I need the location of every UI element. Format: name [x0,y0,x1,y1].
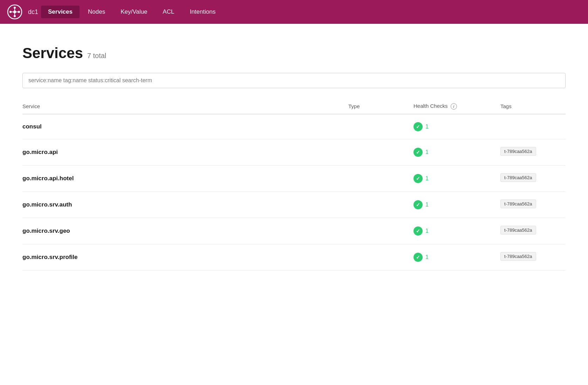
page-count: 7 total [87,52,106,60]
table-row[interactable]: go.micro.srv.profile1t-789caa562a [22,244,566,271]
health-check-count: 1 [425,254,429,260]
service-name: go.micro.srv.geo [22,227,70,234]
svg-point-4 [9,11,12,13]
service-name-cell: go.micro.srv.auth [22,192,348,218]
col-header-type: Type [348,99,413,114]
service-name: go.micro.srv.profile [22,254,77,260]
service-name-cell: consul [22,114,348,139]
tag-badge: t-789caa562a [500,200,536,208]
svg-point-2 [14,7,16,9]
health-check-count: 1 [425,175,429,182]
main-nav: Services Nodes Key/Value ACL Intentions [41,6,223,18]
table-row[interactable]: go.micro.srv.geo1t-789caa562a [22,218,566,244]
service-type-cell [348,192,413,218]
service-type-cell [348,114,413,139]
health-check-cell: 1 [413,192,500,218]
health-check-count: 1 [425,149,429,155]
service-name: go.micro.api [22,149,58,155]
tags-cell: t-789caa562a [500,218,566,244]
table-row[interactable]: consul1 [22,114,566,139]
service-type-cell [348,218,413,244]
health-check-icon [413,174,423,183]
services-table: Service Type Health Checks i Tags consul… [22,99,566,271]
page-title: Services [22,45,83,62]
svg-point-5 [18,11,20,13]
service-name: consul [22,123,42,130]
health-check-count: 1 [425,202,429,208]
service-type-cell [348,244,413,271]
tags-cell: t-789caa562a [500,139,566,166]
health-check-icon [413,253,423,262]
nav-item-intentions[interactable]: Intentions [183,6,223,18]
col-header-tags: Tags [500,99,566,114]
nav-item-services[interactable]: Services [41,6,80,18]
datacenter-label[interactable]: dc1 [28,8,38,16]
main-content: Services 7 total Service Type Health Che… [0,24,588,285]
health-check-icon [413,122,423,131]
health-check-count: 1 [425,124,429,130]
tag-badge: t-789caa562a [500,173,536,182]
service-name: go.micro.api.hotel [22,175,74,182]
tags-cell [500,114,566,139]
col-header-service: Service [22,99,348,114]
tag-badge: t-789caa562a [500,147,536,156]
service-type-cell [348,139,413,166]
health-check-icon [413,200,423,209]
health-check-cell: 1 [413,114,500,139]
navbar: dc1 Services Nodes Key/Value ACL Intenti… [0,0,588,24]
health-check-cell: 1 [413,166,500,192]
service-name: go.micro.srv.auth [22,201,72,208]
table-header-row: Service Type Health Checks i Tags [22,99,566,114]
tags-cell: t-789caa562a [500,166,566,192]
tags-cell: t-789caa562a [500,244,566,271]
health-check-icon [413,226,423,236]
table-row[interactable]: go.micro.api.hotel1t-789caa562a [22,166,566,192]
service-name-cell: go.micro.api [22,139,348,166]
page-header: Services 7 total [22,45,566,62]
tag-badge: t-789caa562a [500,226,536,234]
health-check-cell: 1 [413,139,500,166]
consul-logo [7,4,22,20]
tag-badge: t-789caa562a [500,252,536,261]
search-input[interactable] [22,73,566,88]
service-name-cell: go.micro.api.hotel [22,166,348,192]
health-check-count: 1 [425,228,429,234]
service-name-cell: go.micro.srv.profile [22,244,348,271]
table-row[interactable]: go.micro.srv.auth1t-789caa562a [22,192,566,218]
nav-item-acl[interactable]: ACL [156,6,181,18]
svg-point-1 [13,10,16,13]
table-row[interactable]: go.micro.api1t-789caa562a [22,139,566,166]
health-checks-info-icon[interactable]: i [451,103,457,110]
health-check-cell: 1 [413,244,500,271]
tags-cell: t-789caa562a [500,192,566,218]
health-check-icon [413,148,423,157]
nav-item-nodes[interactable]: Nodes [81,6,112,18]
health-check-cell: 1 [413,218,500,244]
service-name-cell: go.micro.srv.geo [22,218,348,244]
col-header-health-checks: Health Checks i [413,99,500,114]
svg-point-3 [14,15,16,17]
service-type-cell [348,166,413,192]
nav-item-keyvalue[interactable]: Key/Value [114,6,154,18]
